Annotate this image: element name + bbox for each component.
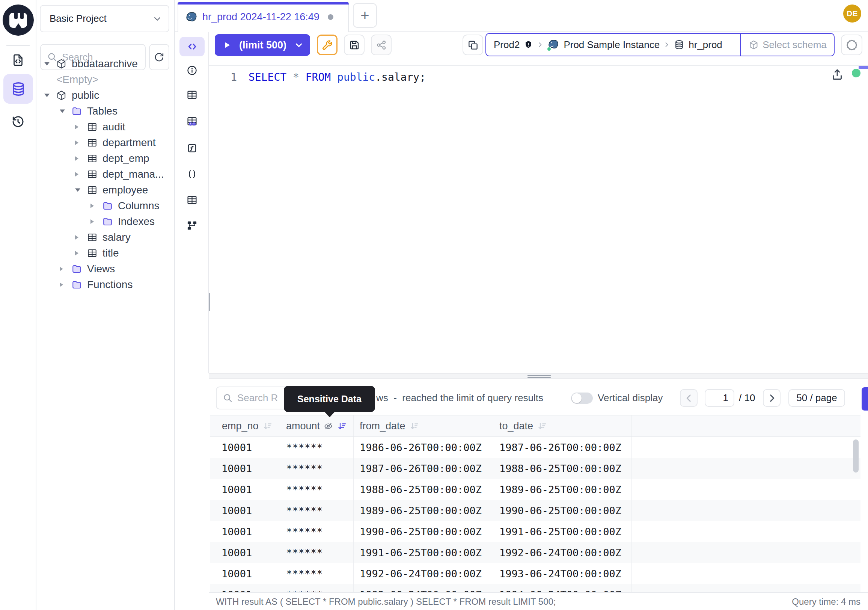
page-size-select[interactable]: 50 / page (788, 389, 845, 407)
tree-item-views[interactable]: Views (36, 261, 175, 277)
sort-icon[interactable] (537, 421, 547, 431)
tree-item-title[interactable]: title (36, 245, 175, 261)
column-header-from_date[interactable]: from_date (353, 416, 493, 436)
table-cell[interactable]: 1993-06-24T00:00:00Z (493, 563, 632, 584)
expand-caret-icon[interactable] (75, 251, 79, 255)
table-cell[interactable]: 1990-06-25T00:00:00Z (353, 521, 493, 542)
sql-editor[interactable]: 1 SELECT * FROM public.salary; (210, 66, 868, 373)
splitter-handle[interactable] (527, 375, 551, 376)
worksheet-file-code-icon[interactable] (9, 51, 27, 69)
column-header-to_date[interactable]: to_date (493, 416, 632, 436)
table-cell[interactable]: 1992-06-24T00:00:00Z (493, 542, 632, 563)
tree-item-dept-emp[interactable]: dept_emp (36, 151, 175, 166)
admin-wrench-button[interactable] (317, 34, 338, 55)
run-query-button[interactable]: (limit 500) (215, 34, 310, 56)
upload-sheet-icon[interactable] (831, 68, 844, 81)
connection-breadcrumb[interactable]: Prod2 Prod Sample Instance hr_prod Selec… (485, 33, 835, 56)
database-nav-icon-active[interactable] (3, 74, 33, 104)
collapse-caret-icon[interactable] (44, 62, 50, 66)
table-cell[interactable]: 10001 (210, 458, 280, 479)
table-cell[interactable]: 10001 (210, 437, 280, 458)
app-logo[interactable] (3, 5, 34, 36)
table-cell[interactable]: ****** (280, 437, 353, 458)
panel-splitter[interactable] (209, 373, 868, 379)
ai-assistant-button[interactable] (841, 34, 862, 55)
tree-item-public[interactable]: public (36, 87, 175, 103)
table-panel-icon[interactable] (186, 89, 198, 101)
save-button[interactable] (344, 34, 364, 55)
tree-item-employee[interactable]: employee (36, 182, 175, 198)
sort-icon[interactable] (262, 421, 273, 431)
table-cell[interactable]: ****** (280, 479, 353, 500)
table-cell[interactable]: 10001 (210, 500, 280, 521)
table-cell[interactable]: 1993-06-24T00:00:00Z (353, 584, 493, 592)
function-icon[interactable] (186, 142, 198, 154)
tree-item-dept-mana-[interactable]: dept_mana... (36, 166, 175, 182)
sort-icon[interactable] (409, 421, 419, 431)
tree-item-functions[interactable]: Functions (36, 277, 175, 293)
splitter-handle[interactable] (527, 377, 551, 378)
table-cell[interactable]: 10001 (210, 521, 280, 542)
table-cell[interactable]: ****** (280, 500, 353, 521)
collapse-caret-icon[interactable] (60, 110, 65, 113)
parentheses-icon[interactable] (186, 168, 198, 180)
expand-caret-icon[interactable] (60, 282, 63, 287)
tab-hr-prod[interactable]: hr_prod 2024-11-22 16:49 (178, 2, 349, 32)
masked-data-icon[interactable] (186, 116, 198, 127)
table-cell[interactable]: 1992-06-24T00:00:00Z (353, 563, 493, 584)
collapse-caret-icon[interactable] (44, 94, 50, 97)
table-cell[interactable]: 1990-06-25T00:00:00Z (493, 500, 632, 521)
schema-diagram-icon[interactable] (186, 220, 198, 231)
prev-page-button[interactable] (680, 389, 698, 407)
tree-item-salary[interactable]: salary (36, 230, 175, 245)
expand-caret-icon[interactable] (90, 203, 94, 208)
table-cell[interactable]: 1991-06-25T00:00:00Z (353, 542, 493, 563)
tree-item-department[interactable]: department (36, 135, 175, 151)
expand-caret-icon[interactable] (75, 156, 79, 161)
page-number-field[interactable] (705, 390, 733, 406)
history-icon[interactable] (9, 113, 27, 131)
table-cell[interactable]: 1991-06-25T00:00:00Z (493, 521, 632, 542)
next-page-button[interactable] (763, 389, 781, 407)
share-button[interactable] (371, 34, 392, 55)
table-cell[interactable]: 1988-06-25T00:00:00Z (493, 458, 632, 479)
table-cell[interactable]: 1989-06-25T00:00:00Z (493, 479, 632, 500)
user-avatar[interactable]: DE (843, 5, 861, 23)
table-cell[interactable]: 1989-06-25T00:00:00Z (353, 500, 493, 521)
table-cell[interactable]: ****** (280, 521, 353, 542)
table-cell[interactable]: 1986-06-26T00:00:00Z (353, 437, 493, 458)
sort-icon[interactable] (337, 421, 347, 431)
tree-item-columns[interactable]: Columns (36, 198, 175, 214)
table-cell[interactable]: 1994-06-24T00:00:00Z (493, 584, 632, 592)
table-cell[interactable]: 10001 (210, 563, 280, 584)
page-number-input[interactable] (705, 389, 734, 407)
new-tab-button[interactable]: + (353, 3, 377, 28)
expand-caret-icon[interactable] (90, 219, 94, 224)
table-cell[interactable]: 10001 (210, 479, 280, 500)
tree-item-tables[interactable]: Tables (36, 103, 175, 119)
column-header-amount[interactable]: amount (280, 416, 353, 436)
batch-query-button[interactable] (462, 34, 483, 55)
tree-item-audit[interactable]: audit (36, 119, 175, 135)
table-cell[interactable]: ****** (280, 458, 353, 479)
select-schema-button[interactable]: Select schema (741, 34, 835, 56)
table-cell[interactable]: 1987-06-26T00:00:00Z (493, 437, 632, 458)
table-cell[interactable]: ****** (280, 563, 353, 584)
results-scrollbar-thumb[interactable] (853, 439, 859, 472)
tree-item-bbdataarchive[interactable]: bbdataarchive (36, 56, 175, 72)
table-cell[interactable]: 1988-06-25T00:00:00Z (353, 479, 493, 500)
table-cell[interactable]: ****** (280, 584, 353, 592)
sql-code-line[interactable]: SELECT * FROM public.salary; (248, 71, 426, 83)
table-cell[interactable]: ****** (280, 542, 353, 563)
expand-caret-icon[interactable] (75, 235, 79, 240)
collapse-caret-icon[interactable] (75, 189, 81, 192)
table-cell[interactable]: 10001 (210, 584, 280, 592)
table-cell[interactable]: 10001 (210, 542, 280, 563)
expand-caret-icon[interactable] (75, 172, 79, 177)
expand-caret-icon[interactable] (75, 125, 79, 129)
expand-caret-icon[interactable] (75, 140, 79, 145)
expand-caret-icon[interactable] (60, 267, 63, 271)
column-header-emp_no[interactable]: emp_no (210, 416, 280, 436)
info-icon[interactable] (186, 65, 198, 76)
vertical-display-toggle[interactable] (571, 393, 593, 404)
